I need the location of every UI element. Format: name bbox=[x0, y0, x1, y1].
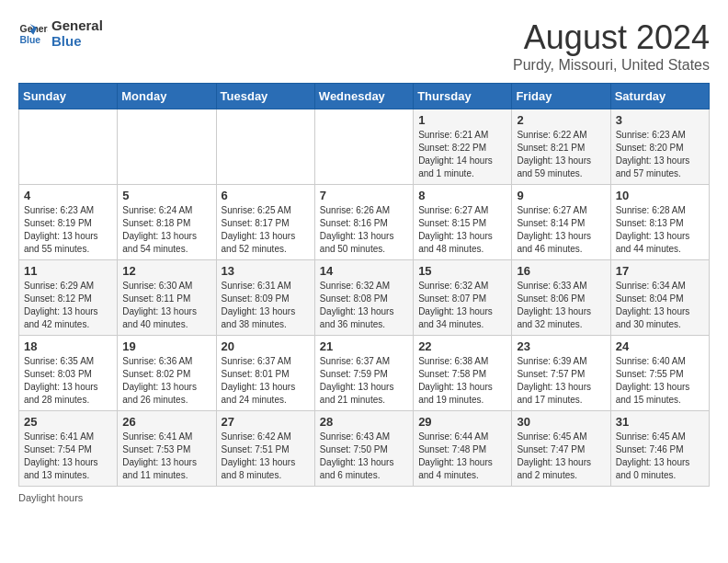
calendar-week-row: 25Sunrise: 6:41 AM Sunset: 7:54 PM Dayli… bbox=[19, 411, 710, 487]
calendar-cell: 3Sunrise: 6:23 AM Sunset: 8:20 PM Daylig… bbox=[610, 109, 709, 185]
day-info: Sunrise: 6:23 AM Sunset: 8:20 PM Dayligh… bbox=[616, 129, 704, 180]
day-info: Sunrise: 6:44 AM Sunset: 7:48 PM Dayligh… bbox=[418, 431, 506, 482]
calendar-cell: 26Sunrise: 6:41 AM Sunset: 7:53 PM Dayli… bbox=[118, 411, 216, 487]
title-section: August 2024 Purdy, Missouri, United Stat… bbox=[513, 18, 710, 74]
day-info: Sunrise: 6:27 AM Sunset: 8:15 PM Dayligh… bbox=[418, 204, 506, 256]
calendar-cell: 16Sunrise: 6:33 AM Sunset: 8:06 PM Dayli… bbox=[512, 260, 610, 336]
calendar-week-row: 1Sunrise: 6:21 AM Sunset: 8:22 PM Daylig… bbox=[19, 109, 710, 185]
day-info: Sunrise: 6:41 AM Sunset: 7:54 PM Dayligh… bbox=[24, 431, 112, 482]
day-info: Sunrise: 6:34 AM Sunset: 8:04 PM Dayligh… bbox=[616, 280, 704, 331]
day-number: 22 bbox=[418, 339, 506, 353]
page-header: General Blue General Blue August 2024 Pu… bbox=[18, 18, 710, 74]
calendar-cell: 29Sunrise: 6:44 AM Sunset: 7:48 PM Dayli… bbox=[414, 411, 512, 487]
day-number: 25 bbox=[24, 415, 112, 429]
day-number: 28 bbox=[320, 415, 408, 429]
day-info: Sunrise: 6:30 AM Sunset: 8:11 PM Dayligh… bbox=[122, 280, 210, 331]
calendar-cell bbox=[118, 109, 216, 185]
calendar-cell: 13Sunrise: 6:31 AM Sunset: 8:09 PM Dayli… bbox=[216, 260, 314, 336]
day-info: Sunrise: 6:22 AM Sunset: 8:21 PM Dayligh… bbox=[517, 129, 605, 180]
calendar-cell: 30Sunrise: 6:45 AM Sunset: 7:47 PM Dayli… bbox=[512, 411, 610, 487]
day-number: 16 bbox=[517, 264, 605, 278]
calendar-week-row: 11Sunrise: 6:29 AM Sunset: 8:12 PM Dayli… bbox=[19, 260, 710, 336]
calendar-cell: 23Sunrise: 6:39 AM Sunset: 7:57 PM Dayli… bbox=[512, 336, 610, 411]
day-number: 31 bbox=[616, 415, 704, 429]
calendar-cell: 4Sunrise: 6:23 AM Sunset: 8:19 PM Daylig… bbox=[19, 185, 118, 260]
calendar-cell: 31Sunrise: 6:45 AM Sunset: 7:46 PM Dayli… bbox=[610, 411, 709, 487]
day-number: 4 bbox=[24, 189, 112, 202]
day-info: Sunrise: 6:31 AM Sunset: 8:09 PM Dayligh… bbox=[222, 280, 310, 331]
calendar-cell bbox=[216, 109, 314, 185]
day-number: 14 bbox=[320, 264, 408, 278]
calendar-cell: 7Sunrise: 6:26 AM Sunset: 8:16 PM Daylig… bbox=[314, 185, 413, 260]
day-number: 9 bbox=[517, 189, 605, 202]
day-number: 13 bbox=[222, 264, 310, 278]
calendar-cell bbox=[19, 109, 118, 185]
calendar-cell: 21Sunrise: 6:37 AM Sunset: 7:59 PM Dayli… bbox=[314, 336, 413, 411]
calendar-header-saturday: Saturday bbox=[610, 84, 709, 109]
logo-icon: General Blue bbox=[18, 19, 48, 49]
calendar-week-row: 4Sunrise: 6:23 AM Sunset: 8:19 PM Daylig… bbox=[19, 185, 710, 260]
day-number: 11 bbox=[24, 264, 112, 278]
day-number: 26 bbox=[122, 415, 210, 429]
calendar-cell: 15Sunrise: 6:32 AM Sunset: 8:07 PM Dayli… bbox=[414, 260, 512, 336]
calendar-header-thursday: Thursday bbox=[414, 84, 512, 109]
day-info: Sunrise: 6:37 AM Sunset: 8:01 PM Dayligh… bbox=[222, 355, 310, 407]
calendar-header-friday: Friday bbox=[512, 84, 610, 109]
calendar-header-monday: Monday bbox=[118, 84, 216, 109]
day-number: 5 bbox=[122, 189, 210, 202]
day-number: 27 bbox=[222, 415, 310, 429]
day-info: Sunrise: 6:32 AM Sunset: 8:07 PM Dayligh… bbox=[418, 280, 506, 331]
day-info: Sunrise: 6:42 AM Sunset: 7:51 PM Dayligh… bbox=[222, 431, 310, 482]
day-number: 3 bbox=[616, 113, 704, 127]
calendar-cell: 5Sunrise: 6:24 AM Sunset: 8:18 PM Daylig… bbox=[118, 185, 216, 260]
day-number: 1 bbox=[418, 113, 506, 127]
day-number: 15 bbox=[418, 264, 506, 278]
calendar-cell: 25Sunrise: 6:41 AM Sunset: 7:54 PM Dayli… bbox=[19, 411, 118, 487]
calendar-header-tuesday: Tuesday bbox=[216, 84, 314, 109]
day-info: Sunrise: 6:45 AM Sunset: 7:46 PM Dayligh… bbox=[616, 431, 704, 482]
day-info: Sunrise: 6:39 AM Sunset: 7:57 PM Dayligh… bbox=[517, 355, 605, 407]
day-number: 30 bbox=[517, 415, 605, 429]
day-number: 17 bbox=[616, 264, 704, 278]
day-number: 18 bbox=[24, 339, 112, 353]
calendar-cell: 28Sunrise: 6:43 AM Sunset: 7:50 PM Dayli… bbox=[314, 411, 413, 487]
month-title: August 2024 bbox=[513, 18, 710, 57]
day-number: 7 bbox=[320, 189, 408, 202]
day-info: Sunrise: 6:40 AM Sunset: 7:55 PM Dayligh… bbox=[616, 355, 704, 407]
calendar-header-wednesday: Wednesday bbox=[314, 84, 413, 109]
calendar-cell: 22Sunrise: 6:38 AM Sunset: 7:58 PM Dayli… bbox=[414, 336, 512, 411]
day-info: Sunrise: 6:25 AM Sunset: 8:17 PM Dayligh… bbox=[222, 204, 310, 256]
calendar-cell: 18Sunrise: 6:35 AM Sunset: 8:03 PM Dayli… bbox=[19, 336, 118, 411]
day-number: 8 bbox=[418, 189, 506, 202]
calendar-cell: 14Sunrise: 6:32 AM Sunset: 8:08 PM Dayli… bbox=[314, 260, 413, 336]
calendar-cell: 6Sunrise: 6:25 AM Sunset: 8:17 PM Daylig… bbox=[216, 185, 314, 260]
calendar-week-row: 18Sunrise: 6:35 AM Sunset: 8:03 PM Dayli… bbox=[19, 336, 710, 411]
logo-text-blue: Blue bbox=[51, 34, 103, 50]
day-info: Sunrise: 6:45 AM Sunset: 7:47 PM Dayligh… bbox=[517, 431, 605, 482]
day-number: 21 bbox=[320, 339, 408, 353]
day-info: Sunrise: 6:32 AM Sunset: 8:08 PM Dayligh… bbox=[320, 280, 408, 331]
day-number: 24 bbox=[616, 339, 704, 353]
calendar-cell: 1Sunrise: 6:21 AM Sunset: 8:22 PM Daylig… bbox=[414, 109, 512, 185]
day-info: Sunrise: 6:41 AM Sunset: 7:53 PM Dayligh… bbox=[122, 431, 210, 482]
day-info: Sunrise: 6:21 AM Sunset: 8:22 PM Dayligh… bbox=[418, 129, 506, 180]
calendar-cell: 11Sunrise: 6:29 AM Sunset: 8:12 PM Dayli… bbox=[19, 260, 118, 336]
day-number: 2 bbox=[517, 113, 605, 127]
day-info: Sunrise: 6:28 AM Sunset: 8:13 PM Dayligh… bbox=[616, 204, 704, 256]
calendar-cell: 27Sunrise: 6:42 AM Sunset: 7:51 PM Dayli… bbox=[216, 411, 314, 487]
day-info: Sunrise: 6:37 AM Sunset: 7:59 PM Dayligh… bbox=[320, 355, 408, 407]
svg-text:Blue: Blue bbox=[20, 34, 41, 44]
day-info: Sunrise: 6:36 AM Sunset: 8:02 PM Dayligh… bbox=[122, 355, 210, 407]
day-info: Sunrise: 6:43 AM Sunset: 7:50 PM Dayligh… bbox=[320, 431, 408, 482]
calendar-cell: 2Sunrise: 6:22 AM Sunset: 8:21 PM Daylig… bbox=[512, 109, 610, 185]
logo-text-general: General bbox=[51, 18, 103, 34]
day-info: Sunrise: 6:27 AM Sunset: 8:14 PM Dayligh… bbox=[517, 204, 605, 256]
day-number: 12 bbox=[122, 264, 210, 278]
calendar-cell: 19Sunrise: 6:36 AM Sunset: 8:02 PM Dayli… bbox=[118, 336, 216, 411]
calendar-cell: 12Sunrise: 6:30 AM Sunset: 8:11 PM Dayli… bbox=[118, 260, 216, 336]
day-number: 19 bbox=[122, 339, 210, 353]
day-info: Sunrise: 6:33 AM Sunset: 8:06 PM Dayligh… bbox=[517, 280, 605, 331]
calendar-cell: 8Sunrise: 6:27 AM Sunset: 8:15 PM Daylig… bbox=[414, 185, 512, 260]
logo: General Blue General Blue bbox=[18, 18, 103, 49]
day-number: 6 bbox=[222, 189, 310, 202]
